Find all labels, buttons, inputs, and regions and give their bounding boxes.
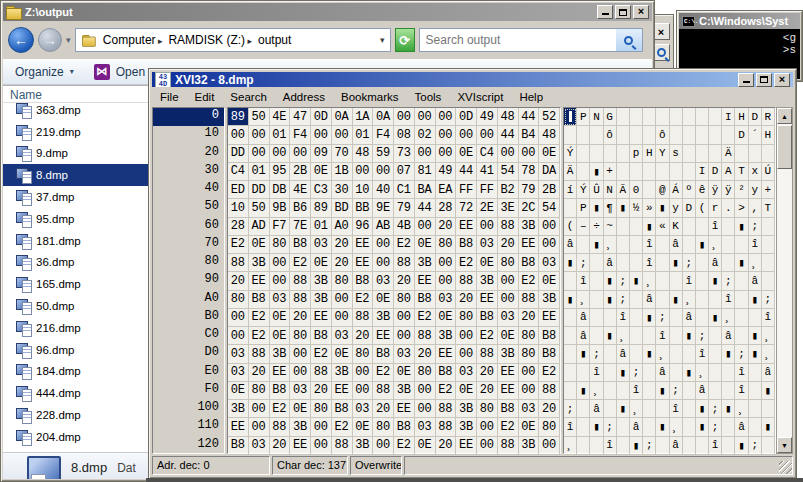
char-cell[interactable]: ▮	[590, 418, 603, 436]
char-cell[interactable]: â	[670, 437, 683, 455]
hex-byte-cell[interactable]: 00	[498, 291, 519, 309]
char-cell[interactable]	[630, 218, 643, 236]
hex-byte-cell[interactable]: 2B	[539, 181, 560, 199]
hex-byte-cell[interactable]: 00	[498, 272, 519, 290]
char-cell[interactable]: í	[564, 181, 577, 199]
char-cell[interactable]: ¸	[604, 236, 617, 254]
char-cell[interactable]	[749, 418, 762, 436]
xvi32-titlebar[interactable]: 434D XVI32 - 8.dmp ×	[152, 72, 793, 87]
hex-byte-cell[interactable]: 08	[394, 126, 415, 144]
char-cell[interactable]: ¸	[643, 272, 656, 290]
char-cell[interactable]: ½	[630, 199, 643, 217]
refresh-button[interactable]: ⟳	[395, 28, 415, 52]
char-cell[interactable]	[722, 418, 735, 436]
hex-byte-cell[interactable]: 20	[228, 272, 249, 290]
hex-byte-cell[interactable]: 20	[519, 309, 540, 327]
char-cell[interactable]: î	[564, 418, 577, 436]
char-cell[interactable]: ▮	[709, 309, 722, 327]
hex-byte-cell[interactable]: E2	[415, 309, 436, 327]
hex-byte-cell[interactable]: 0E	[332, 345, 353, 363]
char-cell[interactable]: ¸	[670, 418, 683, 436]
char-cell[interactable]	[643, 364, 656, 382]
hex-byte-cell[interactable]: 00	[456, 345, 477, 363]
char-cell[interactable]	[564, 327, 577, 345]
char-cell[interactable]: ¸	[735, 400, 748, 418]
hex-byte-cell[interactable]: 2C	[519, 199, 540, 217]
hex-byte-cell[interactable]: 3B	[456, 418, 477, 436]
char-cell[interactable]: D	[749, 108, 762, 126]
hex-byte-cell[interactable]: 00	[332, 291, 353, 309]
char-cell[interactable]: ;	[564, 400, 577, 418]
char-cell[interactable]	[590, 327, 603, 345]
hex-byte-cell[interactable]: 80	[519, 327, 540, 345]
char-cell[interactable]: ;	[735, 345, 748, 363]
char-cell[interactable]	[683, 126, 696, 144]
char-cell[interactable]: T	[735, 163, 748, 181]
char-cell[interactable]	[617, 418, 630, 436]
hex-byte-cell[interactable]: 80	[373, 418, 394, 436]
char-cell[interactable]: ▮	[656, 382, 669, 400]
char-cell[interactable]	[643, 126, 656, 144]
char-cell[interactable]: ¸	[696, 364, 709, 382]
char-cell[interactable]: î	[749, 236, 762, 254]
char-cell[interactable]	[670, 309, 683, 327]
char-cell[interactable]	[722, 236, 735, 254]
char-cell[interactable]: ;	[604, 418, 617, 436]
hex-byte-cell[interactable]: EE	[519, 236, 540, 254]
char-cell[interactable]	[630, 254, 643, 272]
hex-byte-cell[interactable]: 7E	[290, 218, 311, 236]
char-cell[interactable]: ▮	[696, 418, 709, 436]
char-cell[interactable]	[762, 145, 775, 163]
hex-byte-cell[interactable]: B8	[249, 291, 270, 309]
char-cell[interactable]: T	[762, 199, 775, 217]
char-cell[interactable]: î	[735, 382, 748, 400]
hex-byte-cell[interactable]: 49	[477, 108, 498, 126]
address-cell[interactable]: B0	[153, 309, 224, 327]
list-item[interactable]: 36.dmp	[3, 252, 151, 274]
hex-byte-cell[interactable]: 00	[477, 418, 498, 436]
char-cell[interactable]: G	[604, 108, 617, 126]
char-cell[interactable]: â	[577, 309, 590, 327]
scroll-up-button[interactable]: ▲	[777, 108, 792, 124]
hex-byte-cell[interactable]: E2	[249, 327, 270, 345]
hex-byte-cell[interactable]: 03	[332, 327, 353, 345]
char-cell[interactable]: ▮	[696, 400, 709, 418]
char-cell[interactable]: ;	[617, 291, 630, 309]
hex-byte-cell[interactable]: 88	[539, 382, 560, 400]
char-cell[interactable]	[590, 291, 603, 309]
console-titlebar[interactable]: C:\. C:\Windows\Syst	[679, 13, 800, 29]
search-input[interactable]: Search output	[420, 33, 616, 47]
hex-byte-cell[interactable]: 3B	[311, 272, 332, 290]
hex-byte-cell[interactable]: B8	[498, 400, 519, 418]
hex-byte-cell[interactable]: 88	[498, 218, 519, 236]
hex-byte-cell[interactable]: B8	[270, 382, 291, 400]
char-cell[interactable]	[722, 126, 735, 144]
hex-byte-cell[interactable]: B8	[477, 309, 498, 327]
char-cell[interactable]: î	[617, 309, 630, 327]
char-cell[interactable]	[722, 254, 735, 272]
char-cell[interactable]	[709, 108, 722, 126]
char-cell[interactable]: P	[577, 108, 590, 126]
char-cell[interactable]: ▮	[722, 400, 735, 418]
hex-byte-cell[interactable]: 20	[539, 400, 560, 418]
hex-byte-cell[interactable]: 00	[290, 345, 311, 363]
char-cell[interactable]: Y	[656, 145, 669, 163]
hex-byte-cell[interactable]: 3B	[519, 218, 540, 236]
hex-byte-cell[interactable]: 00	[228, 126, 249, 144]
char-cell[interactable]: ▮	[656, 418, 669, 436]
char-cell[interactable]	[656, 272, 669, 290]
hex-byte-cell[interactable]: 3B	[498, 345, 519, 363]
char-cell[interactable]: î	[643, 254, 656, 272]
hex-byte-cell[interactable]: 48	[353, 145, 374, 163]
char-cell[interactable]: ,	[749, 199, 762, 217]
list-item[interactable]: 219.dmp	[3, 121, 151, 143]
char-cell[interactable]: â	[617, 345, 630, 363]
hex-byte-cell[interactable]: E2	[436, 382, 457, 400]
hex-byte-cell[interactable]: FF	[456, 181, 477, 199]
hex-byte-cell[interactable]: 00	[353, 382, 374, 400]
char-cell[interactable]: â	[630, 418, 643, 436]
hex-byte-cell[interactable]: E2	[394, 437, 415, 455]
char-cell[interactable]: â	[762, 364, 775, 382]
hex-byte-cell[interactable]: C4	[228, 163, 249, 181]
char-cell[interactable]: ¸	[709, 236, 722, 254]
